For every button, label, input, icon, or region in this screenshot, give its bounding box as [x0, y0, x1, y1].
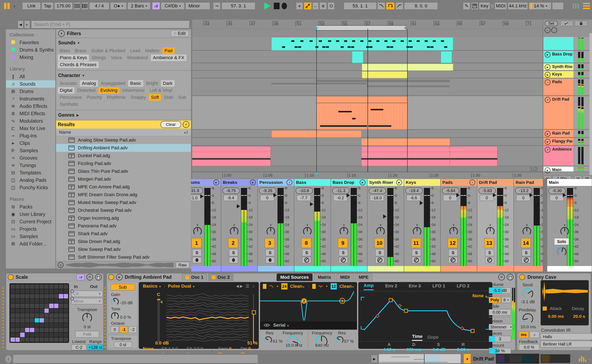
- pan-knob[interactable]: [339, 227, 349, 237]
- scale-grid-cell[interactable]: [54, 294, 59, 299]
- arrangement-overview[interactable]: [379, 354, 461, 363]
- scale-grid-cell[interactable]: [35, 304, 39, 308]
- tab-osc-1[interactable]: Osc 1: [182, 273, 207, 281]
- draw-mode-button[interactable]: ✎: [463, 2, 470, 10]
- peak-level-display[interactable]: -31.8: [191, 188, 203, 194]
- scale-grid-cell[interactable]: [54, 309, 59, 313]
- result-item-slow-drown-pad-adg[interactable]: Slow Drown Pad.adg: [56, 238, 191, 246]
- result-item-glass-thin-pure-pad-adv[interactable]: Glass Thin Pure Pad.adv: [56, 167, 191, 175]
- strip-title[interactable]: Main: [547, 179, 592, 186]
- sidebar-item-samples[interactable]: ⊪Samples: [6, 147, 55, 154]
- scale-grid-cell[interactable]: [49, 313, 54, 318]
- result-item-dunkel-pad-adg[interactable]: Dunkel Pad.adg: [56, 152, 191, 160]
- scale-grid-cell[interactable]: [15, 289, 20, 294]
- scale-grid-cell[interactable]: [49, 299, 54, 303]
- scale-grid-cell[interactable]: [35, 299, 39, 303]
- scale-grid-cell[interactable]: [44, 304, 49, 308]
- filter-tag-lead[interactable]: Lead: [128, 47, 142, 54]
- scale-grid-cell[interactable]: [39, 323, 44, 327]
- strip-title[interactable]: Drift Pad: [477, 179, 513, 186]
- sidebar-item-drums[interactable]: ⊞Drums: [6, 88, 55, 95]
- scale-name-select[interactable]: Minor▼: [72, 298, 103, 304]
- scale-grid-cell[interactable]: [39, 304, 44, 308]
- filter-tag-rhythmic[interactable]: Rhythmic: [105, 94, 128, 101]
- clip-synth-riser[interactable]: [362, 64, 408, 71]
- pan-knob[interactable]: [193, 227, 202, 237]
- sidebar-item-tunings[interactable]: ≍Tunings: [6, 162, 55, 169]
- strip-title[interactable]: Keys: [404, 179, 440, 186]
- scale-grid-cell[interactable]: [44, 338, 49, 342]
- amp-envelope-display[interactable]: [358, 293, 492, 333]
- track-height-button[interactable]: H: [574, 176, 582, 179]
- volume-fader-handle[interactable]: [530, 193, 533, 197]
- sidebar-item-grooves[interactable]: ≈Grooves: [6, 154, 55, 162]
- clip-bass-drop[interactable]: [441, 51, 452, 63]
- sidebar-item-instruments[interactable]: ◔Instruments: [6, 95, 55, 103]
- osc-pitch-slider[interactable]: [158, 298, 160, 342]
- loop-selection-button[interactable]: ⊞: [319, 2, 327, 10]
- track-name[interactable]: Rain Pad: [552, 131, 570, 136]
- scale-grid-cell[interactable]: [39, 338, 44, 342]
- wavetable-name-menu[interactable]: Pulse Dual ▼: [168, 284, 195, 289]
- track-width-button[interactable]: W: [583, 176, 591, 179]
- filter-tag-digital[interactable]: Digital: [58, 87, 74, 94]
- scale-key-badge[interactable]: ♭♯: [77, 274, 85, 280]
- results-name-header[interactable]: Name ▲┃: [56, 129, 191, 136]
- filter-tag-woodwind[interactable]: Woodwind: [125, 54, 150, 61]
- scale-grid-cell[interactable]: [25, 338, 30, 342]
- notch-icon[interactable]: [318, 284, 323, 289]
- solo-button[interactable]: S: [339, 249, 348, 256]
- track-name[interactable]: Bass Drop: [552, 52, 572, 57]
- scale-grid-cell[interactable]: [11, 309, 15, 313]
- sidebar-item-audio-effects[interactable]: ≋Audio Effects: [6, 103, 55, 110]
- track-name[interactable]: Keys: [552, 72, 562, 77]
- osc-on-toggle[interactable]: [185, 275, 189, 279]
- track-number-activator[interactable]: 3: [265, 238, 275, 248]
- scale-grid-cell[interactable]: [59, 313, 63, 318]
- chevron-down-icon[interactable]: ▾: [13, 5, 15, 8]
- filter1-circuit-menu[interactable]: Clean▼: [290, 284, 305, 289]
- scale-grid-cell[interactable]: [44, 294, 49, 299]
- volume-fader-handle[interactable]: [420, 201, 423, 205]
- pan-knob[interactable]: [229, 227, 239, 237]
- scale-grid-cell[interactable]: [59, 284, 63, 289]
- predelay-sync-button[interactable]: ♪: [530, 331, 539, 338]
- filter1-on-toggle[interactable]: [263, 284, 266, 289]
- time-ruler[interactable]: 1:001:051:101:151:201:251:301:35: [192, 172, 543, 179]
- filter-tag-piano-keys[interactable]: Piano & Keys: [58, 54, 89, 61]
- clip-pads[interactable]: [316, 80, 367, 82]
- scale-grid-cell[interactable]: [59, 323, 63, 327]
- scale-grid-cell[interactable]: [54, 332, 59, 337]
- result-item-shark-pad-adv[interactable]: Shark Pad.adv: [56, 230, 191, 238]
- volume-fader-handle[interactable]: [383, 214, 387, 219]
- mod-subtab-lfo-2[interactable]: LFO 2: [457, 283, 469, 290]
- loop-length-field[interactable]: 8. 0. 0: [404, 2, 438, 10]
- peak-level-display[interactable]: -9.75: [222, 188, 240, 194]
- scale-grid-cell[interactable]: [15, 304, 20, 308]
- peak-level-display[interactable]: -47.4: [369, 188, 386, 194]
- tab-matrix[interactable]: Matrix: [314, 273, 335, 281]
- sub-gain-knob[interactable]: [111, 298, 119, 307]
- filter1-slope-badge[interactable]: 24: [281, 283, 288, 290]
- device-chain-thumbnails-2[interactable]: [541, 354, 570, 363]
- strip-title[interactable]: Pads≡: [441, 179, 477, 186]
- track-number-activator[interactable]: 12: [448, 238, 458, 248]
- tab-midi[interactable]: MIDI: [336, 273, 354, 281]
- scale-grid-cell[interactable]: [30, 323, 34, 327]
- scale-grid-cell[interactable]: [35, 294, 39, 299]
- scale-grid-cell[interactable]: [44, 313, 49, 318]
- sounds-filter-label[interactable]: Sounds: [58, 40, 75, 46]
- scale-grid-cell[interactable]: [30, 313, 34, 318]
- track-header-synth-riser[interactable]: ▶Synth Riser: [544, 64, 573, 71]
- scale-grid-cell[interactable]: [25, 328, 30, 332]
- filter-tag-voice[interactable]: Voice: [109, 54, 124, 61]
- scale-grid-cell[interactable]: [49, 328, 54, 332]
- scale-grid-cell[interactable]: [25, 309, 30, 313]
- result-item-analog-slow-sweep-pad-adv[interactable]: Analog Slow Sweep Pad.adv: [56, 136, 191, 144]
- sidebar-item-packs[interactable]: ⧉Packs: [6, 203, 55, 211]
- scale-grid-cell[interactable]: [64, 284, 68, 289]
- solo-button[interactable]: S: [412, 249, 421, 256]
- ir-file-select[interactable]: Berliner Hall LR: [541, 341, 592, 347]
- scale-grid-cell[interactable]: [35, 328, 39, 332]
- mod-subtab-amp[interactable]: Amp: [364, 283, 374, 290]
